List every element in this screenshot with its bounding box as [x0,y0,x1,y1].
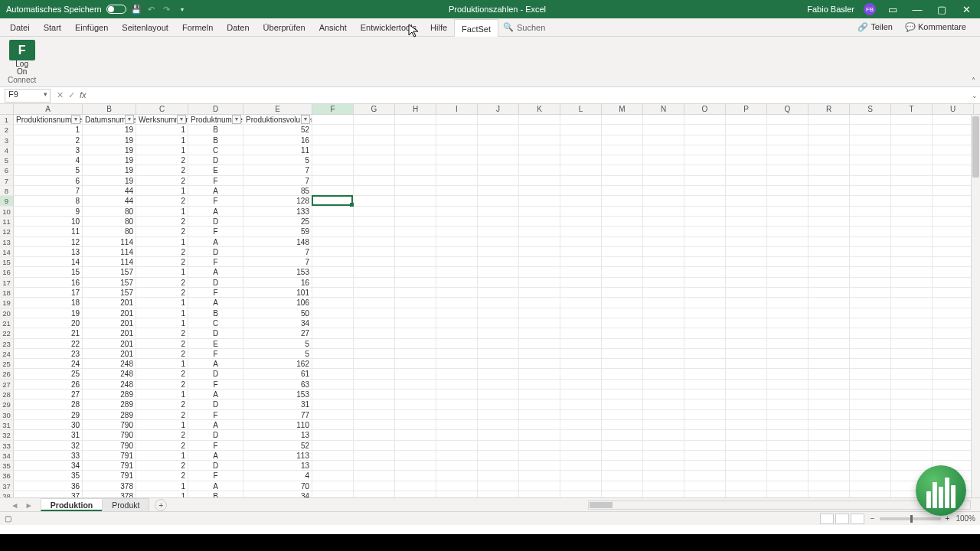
cell-U21[interactable] [933,318,974,328]
cell-U15[interactable] [933,257,974,267]
cell-I11[interactable] [436,217,478,227]
cell-S22[interactable] [850,328,891,338]
cell-B15[interactable]: 114 [83,257,136,267]
cell-L15[interactable] [560,257,602,267]
cell-L22[interactable] [560,328,602,338]
cell-L26[interactable] [560,369,602,379]
cell-F10[interactable] [312,207,354,217]
cell-T6[interactable] [891,165,933,175]
col-header-I[interactable]: I [436,104,478,114]
cell-B12[interactable]: 80 [83,227,136,236]
cell-R3[interactable] [808,135,850,145]
cell-O29[interactable] [684,399,726,409]
col-header-O[interactable]: O [684,104,726,114]
cell-H37[interactable] [395,481,436,491]
cell-E28[interactable]: 153 [243,390,312,399]
cell-S7[interactable] [850,176,891,186]
cell-M6[interactable] [602,165,643,175]
cell-T8[interactable] [891,186,933,196]
cell-T15[interactable] [891,257,933,267]
cell-M33[interactable] [602,441,643,451]
cell-B17[interactable]: 157 [83,278,136,288]
cell-A24[interactable]: 23 [14,349,83,359]
cell-A31[interactable]: 30 [14,420,83,430]
cell-J18[interactable] [478,288,519,298]
cell-F37[interactable] [312,481,354,491]
cell-L20[interactable] [560,308,602,318]
horizontal-scrollbar[interactable] [588,500,971,510]
cell-C32[interactable]: 2 [136,430,188,440]
cell-O33[interactable] [684,441,726,451]
cell-B4[interactable]: 19 [83,145,136,155]
cell-A9[interactable]: 8 [14,196,83,206]
cell-R32[interactable] [808,430,850,440]
cell-T29[interactable] [891,399,933,409]
cell-K6[interactable] [519,165,560,175]
cell-D36[interactable]: F [188,471,243,481]
cell-L33[interactable] [560,441,602,451]
cell-D4[interactable]: C [188,145,243,155]
ribbon-mode-icon[interactable]: ▭ [885,4,900,15]
cell-T1[interactable] [891,115,933,125]
cell-L19[interactable] [560,298,602,308]
cell-N37[interactable] [643,481,684,491]
col-header-M[interactable]: M [602,104,643,114]
cell-A20[interactable]: 19 [14,308,83,318]
cell-Q24[interactable] [767,349,808,359]
cell-S14[interactable] [850,247,891,257]
cell-C16[interactable]: 1 [136,267,188,277]
cell-I27[interactable] [436,380,478,390]
cell-G12[interactable] [354,227,395,236]
cell-A16[interactable]: 15 [14,267,83,277]
cell-F18[interactable] [312,288,354,298]
cell-C8[interactable]: 1 [136,186,188,196]
cell-G36[interactable] [354,471,395,481]
row-header-1[interactable]: 1 [0,115,14,125]
cell-Q32[interactable] [767,430,808,440]
cell-N35[interactable] [643,461,684,471]
cell-D8[interactable]: A [188,186,243,196]
cell-M38[interactable] [602,491,643,497]
cell-F35[interactable] [312,461,354,471]
cell-N2[interactable] [643,125,684,135]
cell-K21[interactable] [519,318,560,328]
cell-K10[interactable] [519,207,560,217]
cell-P20[interactable] [726,308,767,318]
cell-A32[interactable]: 31 [14,430,83,440]
cell-L13[interactable] [560,237,602,247]
cell-C31[interactable]: 1 [136,420,188,430]
cell-A15[interactable]: 14 [14,257,83,267]
cell-A18[interactable]: 17 [14,288,83,298]
cell-R6[interactable] [808,165,850,175]
cell-G13[interactable] [354,237,395,247]
cell-M19[interactable] [602,298,643,308]
cell-C15[interactable]: 2 [136,257,188,267]
cell-D6[interactable]: E [188,165,243,175]
cell-P4[interactable] [726,145,767,155]
cell-L30[interactable] [560,410,602,420]
cell-M18[interactable] [602,288,643,298]
cell-M31[interactable] [602,420,643,430]
cell-Q20[interactable] [767,308,808,318]
cell-G34[interactable] [354,451,395,461]
cell-P30[interactable] [726,410,767,420]
cell-B9[interactable]: 44 [83,196,136,206]
cell-F17[interactable] [312,278,354,288]
cell-P8[interactable] [726,186,767,196]
comments-button[interactable]: 💬 Kommentare [900,22,971,32]
cell-C13[interactable]: 1 [136,237,188,247]
cell-E21[interactable]: 34 [243,318,312,328]
cell-J8[interactable] [478,186,519,196]
cell-T9[interactable] [891,196,933,206]
cell-D26[interactable]: D [188,369,243,379]
cell-U12[interactable] [933,227,974,236]
cell-G25[interactable] [354,359,395,369]
cell-I3[interactable] [436,135,478,145]
cell-M22[interactable] [602,328,643,338]
row-header-20[interactable]: 20 [0,308,14,318]
cell-E11[interactable]: 25 [243,217,312,227]
cell-H23[interactable] [395,339,436,349]
cell-U19[interactable] [933,298,974,308]
cell-J20[interactable] [478,308,519,318]
cell-D23[interactable]: E [188,339,243,349]
